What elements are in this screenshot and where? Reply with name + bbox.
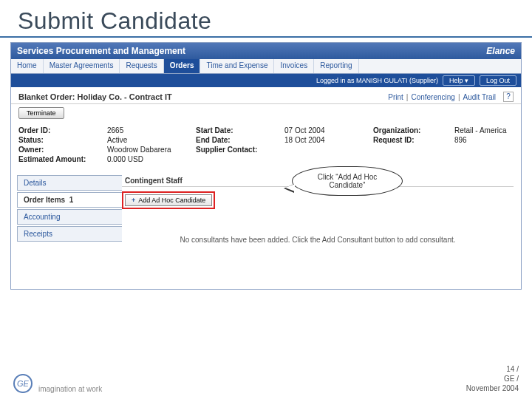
end-date-value: 18 Oct 2004 [284, 136, 373, 144]
slide-footer: GE imagination at work 14 / GE / Novembe… [0, 364, 532, 393]
logout-button[interactable]: Log Out [480, 75, 516, 86]
top-nav: Home Master Agreements Requests Orders T… [11, 59, 521, 74]
footer-meta: 14 / GE / November 2004 [466, 364, 519, 393]
start-date-label: Start Date: [196, 126, 284, 134]
start-date-value: 07 Oct 2004 [284, 126, 373, 134]
request-id-value: 896 [454, 136, 521, 144]
add-candidate-highlight: + Add Ad Hoc Candidate [122, 191, 215, 209]
terminate-button[interactable]: Terminate [18, 107, 64, 119]
tab-orders[interactable]: Orders [164, 59, 201, 73]
slide-title: Submit Candidate [0, 0, 532, 38]
add-ad-hoc-candidate-button[interactable]: + Add Ad Hoc Candidate [125, 194, 212, 206]
empty-state-message: No consultants have been added. Click th… [122, 236, 514, 244]
order-id-value: 2665 [107, 126, 196, 134]
plus-icon: + [132, 197, 135, 204]
est-amount-label: Estimated Amount: [18, 155, 107, 163]
order-details: Order ID: 2665 Start Date: 07 Oct 2004 O… [11, 123, 521, 171]
page-title-row: Blanket Order: Holiday Co. - Contract IT… [11, 87, 521, 104]
footer-date: November 2004 [466, 383, 519, 393]
status-label: Status: [18, 136, 107, 144]
login-status: Logged in as MANISH GULATI (Supplier) [316, 77, 438, 84]
audit-trail-link[interactable]: Audit Trail [463, 93, 496, 101]
sidetab-receipts[interactable]: Receipts [17, 226, 122, 242]
tagline: imagination at work [38, 385, 466, 393]
side-tabs: Details Order Items 1 Accounting Receipt… [11, 171, 122, 243]
page-title: Blanket Order: Holiday Co. - Contract IT [18, 92, 388, 101]
tab-master-agreements[interactable]: Master Agreements [44, 59, 120, 73]
footer-org: GE / [466, 374, 519, 383]
organization-label: Organization: [373, 126, 454, 134]
instruction-callout: Click “Add Ad Hoc Candidate” [292, 166, 403, 196]
tab-requests[interactable]: Requests [120, 59, 163, 73]
sub-bar: Logged in as MANISH GULATI (Supplier) He… [11, 74, 521, 87]
owner-value: Woodrow Dabarera [107, 146, 196, 154]
tab-time-expense[interactable]: Time and Expense [200, 59, 274, 73]
ge-logo-icon: GE [13, 374, 33, 393]
app-header: Services Procurement and Management Elan… [11, 43, 521, 59]
sidetab-order-items[interactable]: Order Items 1 [17, 192, 122, 208]
page-actions: Print | Conferencing | Audit Trail ? [388, 92, 514, 102]
context-help-icon[interactable]: ? [503, 92, 514, 102]
print-link[interactable]: Print [388, 93, 403, 101]
app-title: Services Procurement and Management [17, 46, 185, 56]
page-number: 14 / [466, 364, 519, 374]
main-panel: Contingent Staff + Add Ad Hoc Candidate … [122, 171, 521, 289]
request-id-label: Request ID: [373, 136, 454, 144]
help-button[interactable]: Help ▾ [443, 75, 475, 86]
supplier-contact-value [284, 146, 373, 154]
sidetab-details[interactable]: Details [17, 175, 122, 191]
supplier-contact-label: Supplier Contact: [196, 146, 284, 154]
status-value: Active [107, 136, 196, 144]
tab-invoices[interactable]: Invoices [274, 59, 314, 73]
end-date-label: End Date: [196, 136, 284, 144]
brand-logo: Elance [486, 46, 515, 56]
sidetab-accounting[interactable]: Accounting [17, 209, 122, 225]
tab-reporting[interactable]: Reporting [314, 59, 358, 73]
organization-value: Retail - America [454, 126, 521, 134]
order-id-label: Order ID: [18, 126, 107, 134]
owner-label: Owner: [18, 146, 107, 154]
conferencing-link[interactable]: Conferencing [411, 93, 454, 101]
app-window: Services Procurement and Management Elan… [10, 42, 522, 290]
tab-home[interactable]: Home [11, 59, 44, 73]
est-amount-value: 0.000 USD [107, 155, 196, 163]
